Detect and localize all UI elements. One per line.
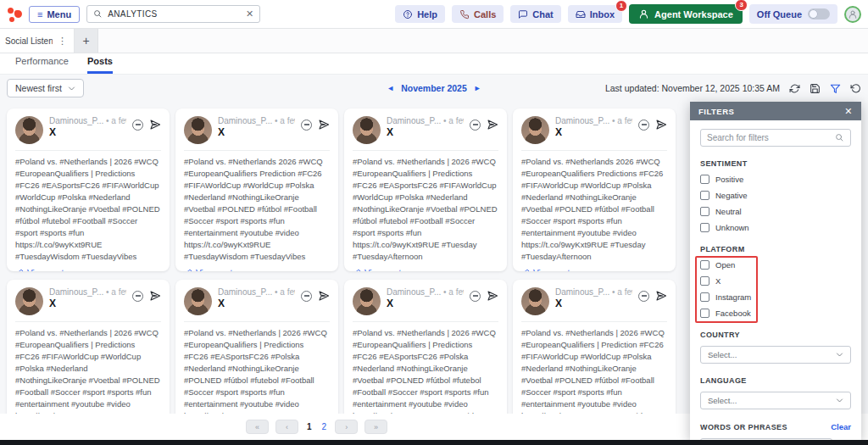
first-page-button[interactable]: « xyxy=(246,420,269,434)
checkbox-icon[interactable] xyxy=(700,207,709,216)
link-icon xyxy=(353,269,361,271)
calls-label: Calls xyxy=(474,9,496,19)
agent-workspace-label: Agent Workspace xyxy=(654,9,733,19)
user-avatar[interactable] xyxy=(844,6,861,23)
post-timestamp: • a few second... xyxy=(612,287,632,297)
post-author: Daminous_P... • a few second... xyxy=(555,287,632,297)
help-icon xyxy=(403,9,413,19)
off-queue-label: Off Queue xyxy=(757,9,802,19)
view-post-link[interactable]: View post xyxy=(15,269,161,271)
platform-open-checkbox[interactable]: Open xyxy=(700,260,851,270)
tab-kebab-icon[interactable]: ⋮ xyxy=(56,36,69,47)
sort-dropdown[interactable]: Newest first xyxy=(7,79,84,97)
help-label: Help xyxy=(417,9,437,19)
platform-instagram-checkbox[interactable]: Instagram xyxy=(700,292,851,302)
tab-social-listening[interactable]: Social Listenin... ⋮ xyxy=(0,29,75,53)
global-search[interactable]: ✕ xyxy=(86,5,260,23)
dismiss-post-icon[interactable] xyxy=(132,291,143,302)
platform-x-checkbox[interactable]: X xyxy=(700,276,851,286)
chat-button[interactable]: Chat xyxy=(510,5,560,23)
previous-month-icon[interactable]: ◄ xyxy=(387,84,394,92)
tab-performance[interactable]: Performance xyxy=(15,56,69,74)
dismiss-post-icon[interactable] xyxy=(638,120,649,131)
filter-icon[interactable] xyxy=(830,83,841,94)
inbox-icon xyxy=(576,9,586,19)
new-tab-button[interactable]: + xyxy=(75,29,98,53)
post-avatar xyxy=(184,116,212,144)
dismiss-post-icon[interactable] xyxy=(301,120,312,131)
platform-section-label: PLATFORM xyxy=(700,245,851,253)
off-queue-toggle-group[interactable]: Off Queue xyxy=(749,4,837,24)
platform-facebook-checkbox[interactable]: Facebook xyxy=(700,309,851,318)
filter-search-input[interactable] xyxy=(707,133,830,142)
send-icon[interactable] xyxy=(149,119,161,131)
inbox-button[interactable]: Inbox 1 xyxy=(568,5,622,23)
post-author: Daminous_P... • a few second... xyxy=(218,287,295,297)
chat-icon xyxy=(518,9,528,19)
clear-words-link[interactable]: Clear xyxy=(831,422,851,431)
search-icon xyxy=(835,133,844,142)
filters-title: FILTERS xyxy=(698,107,734,116)
app-window: ≡ Menu ✕ Help Calls Chat Inbox 1 Agent xyxy=(0,0,868,445)
last-page-button[interactable]: » xyxy=(364,420,387,434)
checkbox-icon[interactable] xyxy=(700,292,709,302)
menu-button[interactable]: ≡ Menu xyxy=(29,6,80,23)
previous-page-button[interactable]: ‹ xyxy=(275,420,298,434)
x-platform-icon: X xyxy=(218,127,295,137)
posts-grid: Daminous_P... • a few second...X#Poland … xyxy=(7,108,685,442)
checkbox-icon[interactable] xyxy=(700,260,709,270)
view-post-link[interactable]: View post xyxy=(521,269,667,271)
off-queue-toggle[interactable] xyxy=(808,8,830,19)
post-author: Daminous_P... • a few second... xyxy=(49,287,126,297)
checkbox-icon[interactable] xyxy=(700,223,709,232)
post-avatar xyxy=(15,116,43,144)
save-icon[interactable] xyxy=(810,83,821,94)
help-button[interactable]: Help xyxy=(395,5,445,23)
page-number-1[interactable]: 1 xyxy=(305,422,314,431)
dismiss-post-icon[interactable] xyxy=(470,291,481,302)
calls-button[interactable]: Calls xyxy=(452,5,504,23)
view-post-link[interactable]: View post xyxy=(184,269,330,271)
filter-search[interactable] xyxy=(700,129,851,147)
hamburger-icon: ≡ xyxy=(37,9,42,19)
next-page-button[interactable]: › xyxy=(335,420,358,434)
next-month-icon[interactable]: ► xyxy=(474,84,481,92)
chevron-down-icon xyxy=(836,351,843,359)
search-input[interactable] xyxy=(108,9,241,19)
send-icon[interactable] xyxy=(318,290,330,302)
agent-workspace-button[interactable]: Agent Workspace 3 xyxy=(629,4,743,24)
send-icon[interactable] xyxy=(318,119,330,131)
close-icon[interactable]: ✕ xyxy=(844,106,853,117)
sentiment-negative-checkbox[interactable]: Negative xyxy=(700,191,851,200)
sentiment-options: PositiveNegativeNeutralUnknown xyxy=(700,175,851,232)
dismiss-post-icon[interactable] xyxy=(470,120,481,131)
sentiment-positive-checkbox[interactable]: Positive xyxy=(700,175,851,184)
send-icon[interactable] xyxy=(487,119,498,131)
post-card: Daminous_P... • a few second...X#Poland … xyxy=(7,108,170,271)
dismiss-post-icon[interactable] xyxy=(132,120,143,131)
send-icon[interactable] xyxy=(487,290,498,302)
checkbox-label: Neutral xyxy=(715,207,742,216)
chevron-down-icon xyxy=(68,85,75,92)
sentiment-neutral-checkbox[interactable]: Neutral xyxy=(700,207,851,216)
undo-icon[interactable] xyxy=(850,83,861,94)
last-updated-text: Last updated: November 12, 2025 10:35 AM xyxy=(605,83,780,93)
post-card: Daminous_P... • a few second...X#Poland … xyxy=(344,108,507,271)
send-icon[interactable] xyxy=(655,290,667,302)
send-icon[interactable] xyxy=(149,290,161,302)
page-number-2[interactable]: 2 xyxy=(320,422,329,431)
send-icon[interactable] xyxy=(655,119,667,131)
tab-posts[interactable]: Posts xyxy=(87,56,113,74)
checkbox-icon[interactable] xyxy=(700,309,709,318)
checkbox-icon[interactable] xyxy=(700,276,709,286)
checkbox-icon[interactable] xyxy=(700,175,709,184)
sentiment-unknown-checkbox[interactable]: Unknown xyxy=(700,223,851,232)
language-select[interactable]: Select... xyxy=(700,392,851,409)
view-post-link[interactable]: View post xyxy=(353,269,498,271)
dismiss-post-icon[interactable] xyxy=(301,291,312,302)
clear-search-icon[interactable]: ✕ xyxy=(246,9,253,19)
dismiss-post-icon[interactable] xyxy=(638,291,649,302)
checkbox-icon[interactable] xyxy=(700,191,709,200)
refresh-icon[interactable] xyxy=(789,83,800,94)
country-select[interactable]: Select... xyxy=(700,346,851,364)
